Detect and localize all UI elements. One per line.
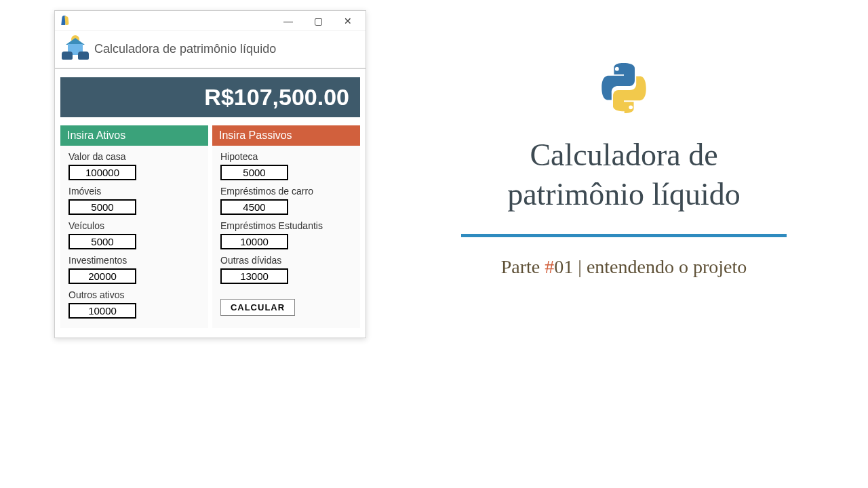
slide-sub-text: entendendo o projeto [587,256,747,277]
asset-field-other: Outros ativos [60,284,208,328]
liabilities-header: Insira Passivos [212,125,360,146]
calculate-button[interactable]: CALCULAR [220,299,295,316]
asset-input-other[interactable] [68,303,136,319]
asset-input-realestate[interactable] [68,199,136,215]
liab-field-mortgage: Hipoteca [212,146,360,180]
asset-label: Valor da casa [68,151,200,162]
liab-field-otherdebt: Outras dívidas [212,249,360,284]
liab-input-otherdebt[interactable] [220,268,288,284]
liab-label: Empréstimos de carro [220,186,352,197]
app-header: Calculadora de patrimônio líquido [55,31,366,69]
asset-label: Imóveis [68,186,200,197]
app-logo-icon [62,37,89,61]
assets-header: Insira Ativos [60,125,208,146]
asset-label: Veículos [68,220,200,231]
tk-feather-icon [60,16,70,26]
asset-label: Outros ativos [68,289,200,300]
liab-input-carloan[interactable] [220,199,288,215]
slide-title-line1: Calculadora de [530,138,717,172]
result-display: R$107,500.00 [60,77,360,117]
asset-label: Investimentos [68,255,200,266]
liab-field-carloan: Empréstimos de carro [212,180,360,215]
liabilities-column: Insira Passivos Hipoteca Empréstimos de … [212,125,360,328]
asset-input-investments[interactable] [68,268,136,284]
slide-panel: Calculadora de patrimônio líquido Parte … [434,61,814,278]
app-window: — ▢ ✕ Calculadora de patrimônio líquido … [54,10,366,338]
slide-sub-sep: | [573,256,587,277]
slide-title: Calculadora de patrimônio líquido [507,136,741,214]
python-logo-icon [597,61,651,115]
slide-subtitle: Parte #01 | entendendo o projeto [501,256,747,278]
asset-field-house: Valor da casa [60,146,208,180]
liab-input-studentloan[interactable] [220,234,288,249]
liab-input-mortgage[interactable] [220,165,288,180]
assets-column: Insira Ativos Valor da casa Imóveis Veíc… [60,125,208,328]
liab-label: Outras dívidas [220,255,352,266]
app-title: Calculadora de patrimônio líquido [94,42,276,56]
slide-divider [461,234,787,237]
asset-input-vehicles[interactable] [68,234,136,249]
slide-sub-num: 01 [554,256,573,277]
liab-label: Empréstimos Estudantis [220,220,352,231]
minimize-button[interactable]: — [273,12,303,30]
slide-sub-prefix: Parte [501,256,545,277]
hash-icon: # [545,256,554,277]
asset-field-realestate: Imóveis [60,180,208,215]
asset-field-vehicles: Veículos [60,215,208,249]
slide-title-line2: patrimônio líquido [507,177,741,211]
liab-field-studentloan: Empréstimos Estudantis [212,215,360,249]
asset-input-house[interactable] [68,165,136,180]
maximize-button[interactable]: ▢ [303,12,333,30]
titlebar[interactable]: — ▢ ✕ [55,11,366,31]
close-button[interactable]: ✕ [333,12,363,30]
liab-label: Hipoteca [220,151,352,162]
asset-field-investments: Investimentos [60,249,208,284]
